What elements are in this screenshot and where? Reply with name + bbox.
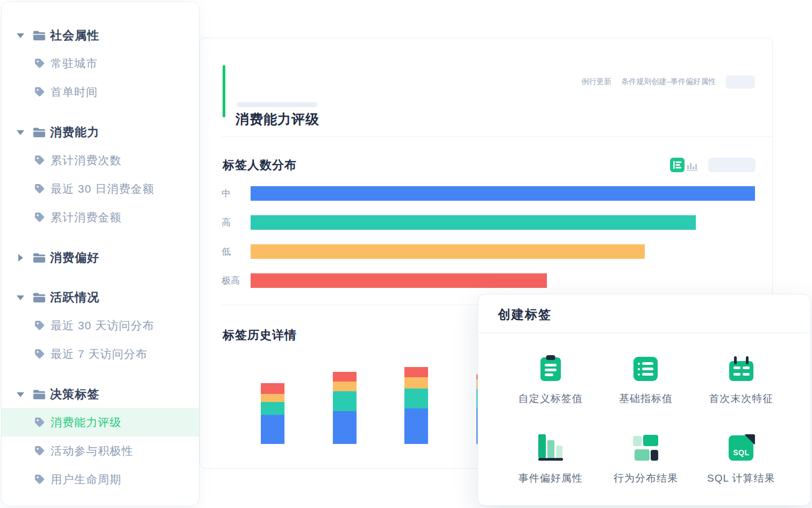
dist-category-label: 高 [222, 215, 251, 230]
caret-down-icon[interactable] [17, 33, 24, 38]
tree-group-0[interactable]: 社会属性 [2, 22, 199, 49]
tag-icon [34, 183, 45, 194]
tree-group-3[interactable]: 活跃情况 [2, 284, 199, 311]
hist-bar-0 [261, 383, 284, 444]
tag-icon [34, 211, 45, 223]
hist-segment-高 [404, 389, 428, 408]
dist-category-label: 中 [222, 186, 251, 201]
hist-segment-低 [404, 377, 428, 389]
tree-item-1-1[interactable]: 最近 30 日消费金额 [2, 174, 199, 203]
list-icon [633, 357, 658, 381]
tree-group-1[interactable]: 消费能力 [2, 119, 199, 146]
tree-group-2[interactable]: 消费偏好 [2, 244, 199, 271]
tree-item-3-0[interactable]: 最近 30 天访问分布 [2, 311, 199, 340]
tree-item-4-1[interactable]: 活动参与积极性 [2, 436, 199, 465]
tag-icon [34, 86, 45, 97]
dist-bar-低 [251, 244, 645, 259]
grid-blocks-icon [633, 435, 659, 461]
update-mode-text: 例行更新 [581, 77, 611, 87]
tree-item-0-0[interactable]: 常驻城市 [2, 49, 199, 77]
create-tag-modal: 创建标签 自定义标签值基础指标值首次末次特征事件偏好属性行为分布结果SQLSQL… [478, 294, 811, 506]
caret-down-icon[interactable] [17, 130, 24, 135]
tree-item-label: 累计消费次数 [51, 153, 122, 168]
tag-distribution-chart: 中高低极高 [222, 186, 755, 288]
create-option-label: 自定义标签值 [518, 392, 583, 406]
tree-group-label: 决策标签 [50, 386, 99, 403]
tree-item-4-0[interactable]: 消费能力评级 [2, 408, 199, 436]
hist-bar-2 [404, 367, 428, 444]
folder-icon [33, 252, 46, 263]
column-chart-icon [686, 160, 699, 171]
tree-group-label: 消费能力 [50, 124, 99, 140]
tree-item-label: 消费能力评级 [51, 415, 122, 430]
hist-segment-中 [261, 415, 284, 444]
folder-icon [33, 389, 46, 400]
hist-segment-极高 [404, 367, 428, 377]
title-subtext-skeleton [237, 102, 317, 107]
horizontal-bars-icon [673, 160, 682, 170]
hist-segment-极高 [261, 383, 284, 394]
dist-bar-极高 [251, 273, 547, 288]
hist-segment-中 [333, 411, 357, 444]
modal-title: 创建标签 [498, 306, 552, 323]
tree-item-1-0[interactable]: 累计消费次数 [2, 146, 199, 174]
chart-filter-dropdown[interactable] [708, 158, 756, 172]
tree-item-0-1[interactable]: 首单时间 [2, 77, 199, 106]
distribution-section-title: 标签人数分布 [223, 157, 297, 173]
caret-down-icon[interactable] [17, 392, 24, 397]
tag-icon [34, 320, 45, 331]
horizontal-bar-view-toggle[interactable] [670, 158, 685, 172]
create-option-label: 行为分布结果 [614, 471, 678, 485]
folder-icon [33, 292, 46, 303]
dist-bar-高 [251, 215, 696, 230]
tree-item-4-2[interactable]: 用户生命周期 [2, 465, 199, 493]
hist-bar-1 [333, 372, 357, 444]
tag-tree-sidebar: 社会属性常驻城市首单时间消费能力累计消费次数最近 30 日消费金额累计消费金额消… [1, 1, 200, 506]
tag-icon [34, 417, 45, 428]
create-option-label: 基础指标值 [619, 392, 673, 406]
tree-item-label: 常驻城市 [51, 56, 98, 71]
create-option-3[interactable]: 事件偏好属性 [503, 429, 598, 485]
tag-icon [34, 474, 45, 485]
bar-chart-icon [537, 434, 564, 461]
page-title: 消费能力评级 [236, 110, 319, 128]
sql-file-icon: SQL [729, 435, 753, 461]
caret-right-icon[interactable] [17, 254, 24, 262]
tree-item-3-1[interactable]: 最近 7 天访问分布 [2, 340, 199, 368]
hist-segment-高 [261, 402, 284, 415]
hist-segment-极高 [333, 372, 357, 382]
tag-icon [34, 154, 45, 166]
tag-tree: 社会属性常驻城市首单时间消费能力累计消费次数最近 30 日消费金额累计消费金额消… [2, 22, 199, 493]
column-chart-view-toggle[interactable] [686, 160, 699, 171]
tag-icon [34, 445, 45, 456]
tree-item-1-2[interactable]: 累计消费金额 [2, 203, 199, 231]
create-option-0[interactable]: 自定义标签值 [503, 350, 598, 406]
create-tag-options: 自定义标签值基础指标值首次末次特征事件偏好属性行为分布结果SQLSQL 计算结果 [503, 350, 789, 485]
tree-item-label: 最近 30 天访问分布 [51, 318, 154, 333]
hist-segment-低 [261, 394, 284, 402]
tree-group-label: 社会属性 [50, 27, 99, 44]
tree-item-label: 最近 7 天访问分布 [51, 347, 147, 362]
tree-group-label: 活跃情况 [50, 290, 99, 306]
detail-action-button[interactable] [725, 75, 755, 89]
create-option-label: 事件偏好属性 [518, 471, 583, 485]
dist-bar-中 [251, 186, 755, 201]
create-option-label: SQL 计算结果 [707, 471, 775, 485]
caret-down-icon[interactable] [17, 295, 24, 300]
dist-category-label: 低 [222, 244, 251, 259]
folder-icon [33, 30, 46, 41]
create-option-4[interactable]: 行为分布结果 [598, 429, 693, 485]
create-option-5[interactable]: SQLSQL 计算结果 [694, 429, 789, 485]
tree-group-4[interactable]: 决策标签 [2, 381, 199, 408]
hist-segment-高 [333, 391, 357, 411]
create-option-1[interactable]: 基础指标值 [598, 350, 693, 406]
tag-icon [34, 58, 45, 69]
dist-category-label: 极高 [222, 273, 251, 288]
clipboard-icon [540, 357, 561, 381]
detail-meta-row: 例行更新 条件规则创建–事件偏好属性 [581, 75, 755, 89]
history-section-title: 标签历史详情 [223, 327, 297, 343]
create-option-2[interactable]: 首次末次特征 [694, 350, 789, 406]
tree-item-label: 首单时间 [51, 84, 98, 100]
dist-row-低: 低 [222, 244, 755, 259]
tag-icon [34, 348, 45, 359]
